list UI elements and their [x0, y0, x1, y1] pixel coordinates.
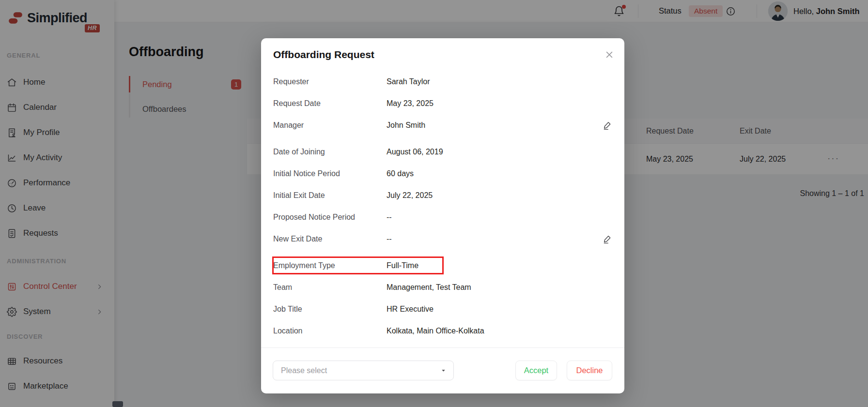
field-row-initial-notice-period: Initial Notice Period 60 days — [273, 163, 612, 184]
pencil-edit-icon — [603, 234, 612, 244]
edit-manager-button[interactable] — [603, 121, 612, 130]
select-placeholder: Please select — [281, 361, 327, 380]
field-row-location: Location Kolkata, Main Office-Kolkata — [273, 320, 612, 342]
reason-select[interactable]: Please select — [273, 361, 454, 380]
offboarding-request-modal: Offboarding Request Requester Sarah Tayl… — [261, 38, 624, 393]
field-row-employment-type: Employment Type Full-Time — [273, 255, 612, 276]
caret-down-icon — [440, 367, 447, 374]
field-row-proposed-notice-period: Proposed Notice Period -- — [273, 206, 612, 228]
pencil-edit-icon — [603, 121, 612, 130]
modal-title: Offboarding Request — [273, 49, 374, 60]
modal-field-rows: Requester Sarah Taylor Request Date May … — [273, 71, 612, 342]
field-row-date-of-joining: Date of Joining August 06, 2019 — [273, 141, 612, 163]
field-row-team: Team Management, Test Team — [273, 276, 612, 298]
field-row-request-date: Request Date May 23, 2025 — [273, 92, 612, 114]
field-row-initial-exit-date: Initial Exit Date July 22, 2025 — [273, 184, 612, 206]
field-row-new-exit-date: New Exit Date -- — [273, 228, 612, 250]
edit-new-exit-date-button[interactable] — [603, 234, 612, 244]
field-row-manager: Manager John Smith — [273, 114, 612, 136]
app-root: Simplified HR GENERAL Home Calendar My P… — [0, 0, 868, 407]
modal-footer-divider — [261, 347, 624, 348]
field-row-job-title: Job Title HR Executive — [273, 298, 612, 320]
field-row-requester: Requester Sarah Taylor — [273, 71, 612, 92]
decline-button[interactable]: Decline — [567, 361, 612, 380]
accept-button[interactable]: Accept — [515, 361, 557, 380]
close-icon[interactable] — [604, 50, 614, 60]
